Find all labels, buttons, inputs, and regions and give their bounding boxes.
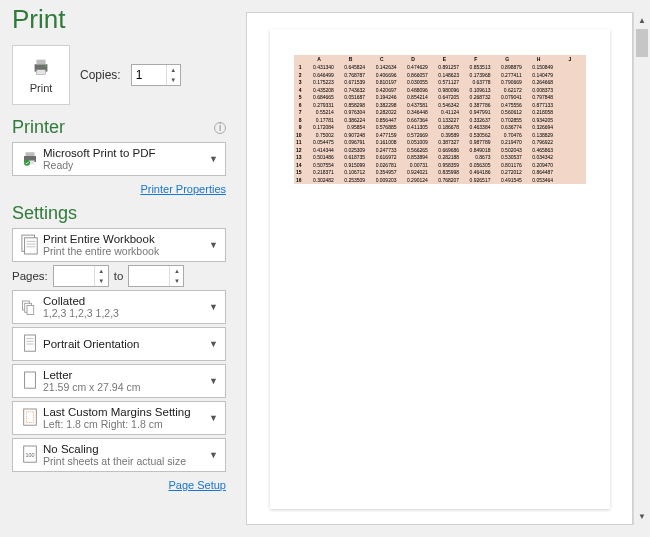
printer-name: Microsoft Print to PDF (43, 147, 206, 159)
scope-secondary: Print the entire workbook (43, 245, 206, 257)
printer-icon (30, 56, 52, 78)
margins-primary: Last Custom Margins Setting (43, 406, 206, 418)
scaling-primary: No Scaling (43, 443, 206, 455)
svg-rect-16 (25, 335, 36, 351)
preview-sheet: ABCDEFGHJ10.4313400.6458240.1426340.4746… (294, 55, 586, 185)
svg-rect-20 (25, 372, 36, 388)
page-setup-link[interactable]: Page Setup (169, 479, 227, 491)
spinner-down-icon[interactable]: ▼ (95, 276, 108, 286)
paper-secondary: 21.59 cm x 27.94 cm (43, 381, 206, 393)
svg-rect-1 (36, 60, 45, 65)
printer-section-title: Printer i (12, 117, 226, 138)
chevron-down-icon: ▼ (206, 240, 221, 250)
info-icon[interactable]: i (214, 122, 226, 134)
pages-from-input[interactable] (54, 266, 94, 286)
chevron-down-icon: ▼ (206, 154, 221, 164)
spinner-down-icon[interactable]: ▼ (167, 75, 180, 85)
spinner-up-icon[interactable]: ▲ (167, 65, 180, 75)
print-button-label: Print (30, 82, 53, 94)
scroll-thumb[interactable] (636, 29, 648, 57)
chevron-down-icon: ▼ (206, 302, 221, 312)
copies-spinner[interactable]: ▲ ▼ (131, 64, 181, 86)
spinner-up-icon[interactable]: ▲ (170, 266, 183, 276)
preview-panel: ABCDEFGHJ10.4313400.6458240.1426340.4746… (238, 0, 650, 537)
spinner-down-icon[interactable]: ▼ (170, 276, 183, 286)
orientation-dropdown[interactable]: Portrait Orientation ▼ (12, 327, 226, 361)
scaling-dropdown[interactable]: 100 No Scaling Print sheets at their act… (12, 438, 226, 472)
paper-icon (17, 370, 43, 392)
pages-to-spinner[interactable]: ▲▼ (128, 265, 184, 287)
svg-point-3 (45, 65, 47, 67)
printer-heading: Printer (12, 117, 65, 138)
margins-dropdown[interactable]: Last Custom Margins Setting Left: 1.8 cm… (12, 401, 226, 435)
printer-properties-link[interactable]: Printer Properties (140, 183, 226, 195)
margins-icon (17, 407, 43, 429)
collate-dropdown[interactable]: Collated 1,2,3 1,2,3 1,2,3 ▼ (12, 290, 226, 324)
printer-status: Ready (43, 159, 206, 171)
preview-page: ABCDEFGHJ10.4313400.6458240.1426340.4746… (270, 29, 610, 509)
paper-primary: Letter (43, 369, 206, 381)
chevron-down-icon: ▼ (206, 413, 221, 423)
svg-rect-2 (36, 70, 45, 75)
printer-dropdown[interactable]: Microsoft Print to PDF Ready ▼ (12, 142, 226, 176)
svg-rect-9 (25, 238, 38, 254)
pages-label: Pages: (12, 270, 48, 282)
svg-point-7 (24, 160, 30, 166)
print-scope-dropdown[interactable]: Print Entire Workbook Print the entire w… (12, 228, 226, 262)
collate-secondary: 1,2,3 1,2,3 1,2,3 (43, 307, 206, 319)
pages-from-spinner[interactable]: ▲▼ (53, 265, 109, 287)
preview-scrollbar[interactable]: ▲ ▼ (633, 12, 650, 525)
margins-secondary: Left: 1.8 cm Right: 1.8 cm (43, 418, 206, 430)
spinner-arrows: ▲ ▼ (166, 65, 180, 85)
preview-wrap: ABCDEFGHJ10.4313400.6458240.1426340.4746… (246, 12, 633, 525)
settings-section-title: Settings (12, 203, 226, 224)
orientation-primary: Portrait Orientation (43, 338, 206, 350)
copies-label: Copies: (80, 68, 121, 82)
svg-rect-15 (27, 306, 34, 315)
scroll-up-icon[interactable]: ▲ (634, 12, 650, 29)
print-button[interactable]: Print (12, 45, 70, 105)
svg-text:100: 100 (26, 452, 35, 458)
page-title: Print (12, 4, 226, 35)
scroll-track[interactable] (634, 29, 650, 508)
chevron-down-icon: ▼ (206, 450, 221, 460)
printer-status-icon (17, 150, 43, 168)
workbook-icon (17, 234, 43, 256)
scaling-secondary: Print sheets at their actual size (43, 455, 206, 467)
pages-row: Pages: ▲▼ to ▲▼ (12, 265, 226, 287)
left-panel: Print Print Copies: ▲ ▼ Printer i Micros… (0, 0, 238, 537)
print-row: Print Copies: ▲ ▼ (12, 45, 226, 105)
collate-icon (17, 296, 43, 318)
scope-primary: Print Entire Workbook (43, 233, 206, 245)
collate-primary: Collated (43, 295, 206, 307)
copies-input[interactable] (132, 65, 166, 85)
scroll-down-icon[interactable]: ▼ (634, 508, 650, 525)
pages-to-input[interactable] (129, 266, 169, 286)
pages-to-label: to (114, 270, 124, 282)
svg-rect-5 (26, 152, 35, 156)
chevron-down-icon: ▼ (206, 339, 221, 349)
paper-dropdown[interactable]: Letter 21.59 cm x 27.94 cm ▼ (12, 364, 226, 398)
spinner-up-icon[interactable]: ▲ (95, 266, 108, 276)
portrait-icon (17, 333, 43, 355)
scaling-icon: 100 (17, 444, 43, 466)
chevron-down-icon: ▼ (206, 376, 221, 386)
